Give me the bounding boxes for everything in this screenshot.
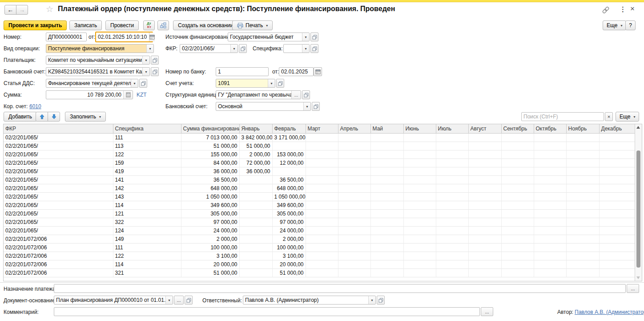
- cell-month[interactable]: [306, 167, 338, 175]
- cell-month[interactable]: [370, 158, 403, 167]
- cell-month[interactable]: [566, 192, 599, 201]
- cell-month[interactable]: [534, 268, 566, 277]
- cell-month[interactable]: [534, 150, 566, 158]
- cell-month[interactable]: [436, 133, 468, 142]
- cell-total[interactable]: 648 000,00: [181, 184, 239, 192]
- cell-february[interactable]: [272, 142, 306, 150]
- cell-fkr[interactable]: 02/2/201/065/: [4, 158, 113, 167]
- column-header[interactable]: Февраль: [272, 124, 306, 133]
- cell-month[interactable]: [306, 133, 338, 142]
- cell-month[interactable]: [501, 150, 534, 158]
- cell-january[interactable]: [239, 201, 272, 209]
- table-row[interactable]: 02/2/201/065/11351 000,0051 000,00: [4, 142, 635, 150]
- cell-month[interactable]: [566, 252, 599, 260]
- dropdown-button[interactable]: ▾: [146, 45, 153, 53]
- cell-month[interactable]: [306, 226, 338, 235]
- fkr-field[interactable]: 02/2/201/065/ ▾: [180, 44, 238, 53]
- author-link[interactable]: Павлов А.В. (Администратор): [575, 309, 644, 315]
- add-row-button[interactable]: Добавить: [4, 112, 37, 122]
- cell-january[interactable]: 51 000,00: [239, 142, 272, 150]
- cell-month[interactable]: [501, 235, 534, 243]
- cell-february[interactable]: 648 000,00: [272, 184, 306, 192]
- cell-month[interactable]: [534, 133, 566, 142]
- currency-link[interactable]: KZT: [137, 92, 147, 98]
- column-header[interactable]: Май: [370, 124, 403, 133]
- post-button[interactable]: Провести: [105, 20, 139, 30]
- cell-total[interactable]: 84 000,00: [181, 158, 239, 167]
- cell-month[interactable]: [370, 235, 403, 243]
- cell-fkr[interactable]: 02/2/201/072/006: [4, 268, 113, 277]
- document-structure-button[interactable]: [157, 20, 169, 30]
- cell-february[interactable]: 305 000,00: [272, 209, 306, 218]
- cell-month[interactable]: [599, 133, 635, 142]
- cell-month[interactable]: [436, 201, 468, 209]
- cell-month[interactable]: [468, 268, 501, 277]
- operation-field[interactable]: Поступление финансирования ▾: [46, 44, 154, 53]
- cell-month[interactable]: [338, 192, 370, 201]
- cell-january[interactable]: 2 000,00: [239, 150, 272, 158]
- calendar-button[interactable]: [149, 33, 155, 41]
- cell-month[interactable]: [370, 192, 403, 201]
- search-input[interactable]: [521, 112, 604, 121]
- dropdown-button[interactable]: ▾: [268, 79, 275, 87]
- cell-january[interactable]: [239, 268, 272, 277]
- cell-month[interactable]: [370, 226, 403, 235]
- org-bank-account-field[interactable]: Основной ▾: [216, 102, 311, 111]
- cell-january[interactable]: 3 842 000,00: [239, 133, 272, 142]
- cell-total[interactable]: 155 000,00: [181, 150, 239, 158]
- cell-specifics[interactable]: 322: [113, 218, 181, 226]
- cell-month[interactable]: [566, 142, 599, 150]
- structural-unit-field[interactable]: ГУ "Департамент по чрезвычайным ...: [216, 90, 301, 99]
- cell-month[interactable]: [338, 243, 370, 252]
- cell-month[interactable]: [566, 184, 599, 192]
- base-document-ellipsis-button[interactable]: ...: [174, 296, 184, 305]
- table-row[interactable]: 02/2/201/065/41936 000,0036 000,00: [4, 167, 635, 175]
- cell-month[interactable]: [468, 175, 501, 184]
- cell-total[interactable]: 349 600,00: [181, 201, 239, 209]
- cell-month[interactable]: [468, 142, 501, 150]
- cell-month[interactable]: [403, 192, 436, 201]
- cell-month[interactable]: [370, 142, 403, 150]
- cell-total[interactable]: 1 050 000,00: [181, 192, 239, 201]
- cell-month[interactable]: [338, 252, 370, 260]
- cell-february[interactable]: [272, 167, 306, 175]
- dropdown-button[interactable]: ▾: [131, 79, 138, 87]
- cell-fkr[interactable]: 02/2/201/072/006: [4, 260, 113, 268]
- cell-month[interactable]: [534, 209, 566, 218]
- comment-field[interactable]: [54, 307, 480, 316]
- cell-month[interactable]: [599, 175, 635, 184]
- vertical-scrollbar[interactable]: [635, 124, 642, 281]
- cell-month[interactable]: [468, 133, 501, 142]
- cell-month[interactable]: [338, 142, 370, 150]
- open-button[interactable]: [239, 44, 247, 53]
- help-button[interactable]: ?: [625, 20, 636, 30]
- cell-month[interactable]: [599, 167, 635, 175]
- cell-january[interactable]: [239, 192, 272, 201]
- cell-total[interactable]: 36 000,00: [181, 167, 239, 175]
- column-header[interactable]: Июнь: [403, 124, 436, 133]
- cell-month[interactable]: [338, 226, 370, 235]
- scrollbar-thumb[interactable]: [636, 150, 640, 268]
- cell-month[interactable]: [306, 218, 338, 226]
- cell-month[interactable]: [468, 158, 501, 167]
- cell-month[interactable]: [338, 260, 370, 268]
- cell-february[interactable]: 2 000,00: [272, 235, 306, 243]
- cell-february[interactable]: 12 000,00: [272, 158, 306, 167]
- cell-month[interactable]: [403, 201, 436, 209]
- cell-month[interactable]: [534, 243, 566, 252]
- ellipsis-button[interactable]: ...: [291, 91, 301, 99]
- cell-february[interactable]: 24 000,00: [272, 226, 306, 235]
- cell-month[interactable]: [599, 260, 635, 268]
- cell-month[interactable]: [501, 268, 534, 277]
- cell-fkr[interactable]: 02/2/201/065/: [4, 184, 113, 192]
- cell-month[interactable]: [566, 209, 599, 218]
- cell-february[interactable]: 36 500,00: [272, 175, 306, 184]
- cell-specifics[interactable]: 143: [113, 192, 181, 201]
- cell-month[interactable]: [501, 218, 534, 226]
- cell-total[interactable]: 24 000,00: [181, 226, 239, 235]
- cell-total[interactable]: 51 000,00: [181, 142, 239, 150]
- bank-date-field[interactable]: 02.01.2025: [279, 67, 314, 76]
- table-row[interactable]: 02/2/201/065/1117 013 000,003 842 000,00…: [4, 133, 635, 142]
- cell-month[interactable]: [370, 209, 403, 218]
- cell-month[interactable]: [599, 201, 635, 209]
